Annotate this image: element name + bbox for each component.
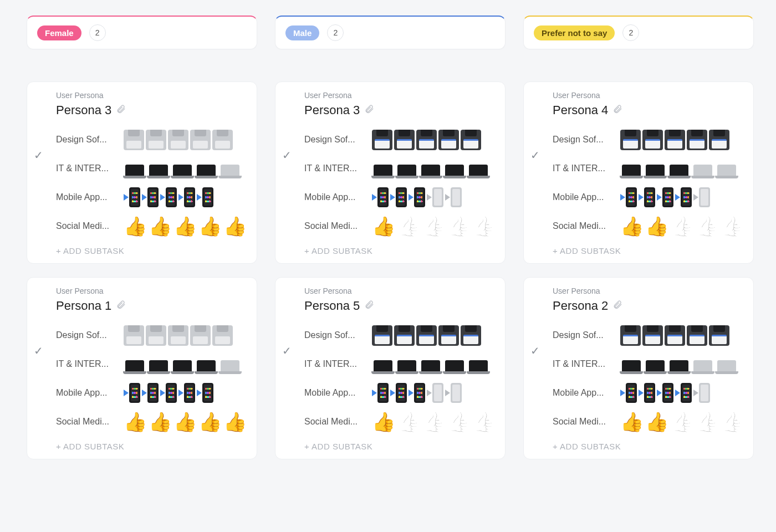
rating-social: 👍👍👍👍👍 — [124, 412, 247, 431]
column-header[interactable]: Prefer not to say 2 — [523, 16, 754, 49]
card-eyebrow: User Persona — [553, 287, 743, 295]
rating-design — [620, 325, 729, 346]
phone-icon — [372, 187, 389, 207]
floppy-icon — [190, 325, 211, 346]
rating-mobile — [372, 187, 462, 207]
floppy-icon — [461, 130, 481, 150]
attr-label: IT & INTER... — [56, 163, 120, 173]
add-subtask-button[interactable]: + ADD SUBTASK — [304, 442, 495, 451]
attachment-icon[interactable] — [364, 104, 374, 116]
persona-card[interactable]: ✓ User Persona Persona 2 Design Sof... I… — [523, 277, 754, 459]
column-header[interactable]: Male 2 — [275, 16, 506, 49]
floppy-icon — [168, 325, 188, 346]
persona-card[interactable]: ✓ User Persona Persona 4 Design Sof... I… — [523, 81, 754, 264]
column-count: 2 — [327, 24, 344, 41]
rating-it — [620, 160, 738, 177]
check-icon: ✓ — [282, 149, 292, 162]
laptop-icon — [716, 356, 738, 372]
floppy-icon — [394, 325, 415, 346]
floppy-icon — [642, 130, 663, 150]
card-title[interactable]: Persona 5 — [304, 299, 360, 313]
add-subtask-button[interactable]: + ADD SUBTASK — [56, 442, 247, 451]
floppy-icon — [665, 325, 685, 346]
add-subtask-button[interactable]: + ADD SUBTASK — [304, 246, 495, 255]
persona-card[interactable]: ✓ User Persona Persona 1 Design Sof... I… — [27, 277, 257, 459]
attr-label: Mobile App... — [56, 388, 120, 398]
thumb-icon: 👍 — [645, 412, 668, 431]
phone-icon — [620, 187, 637, 207]
attr-label: Social Medi... — [553, 417, 617, 427]
floppy-icon — [665, 130, 685, 150]
phone-icon — [124, 383, 140, 403]
attr-label: Social Medi... — [304, 417, 369, 427]
laptop-icon — [620, 160, 642, 177]
thumb-icon: 👍 — [223, 217, 247, 236]
attr-label: Mobile App... — [56, 192, 120, 202]
phone-icon — [427, 383, 443, 403]
attachment-icon[interactable] — [116, 104, 126, 116]
thumb-icon: 👍 — [670, 412, 693, 431]
laptop-icon — [644, 356, 666, 372]
rating-design — [124, 325, 233, 346]
attachment-icon[interactable] — [116, 300, 126, 312]
thumb-icon: 👍 — [124, 412, 147, 431]
rating-social: 👍👍👍👍👍 — [372, 412, 495, 431]
thumb-icon: 👍 — [223, 412, 247, 431]
floppy-icon — [687, 130, 707, 150]
attachment-icon[interactable] — [612, 300, 622, 312]
persona-card[interactable]: ✓ User Persona Persona 5 Design Sof... I… — [275, 277, 506, 459]
column-pill: Male — [285, 25, 319, 40]
thumb-icon: 👍 — [422, 412, 445, 431]
floppy-icon — [394, 130, 415, 150]
floppy-icon — [372, 130, 392, 150]
thumb-icon: 👍 — [124, 217, 147, 236]
thumb-icon: 👍 — [620, 217, 644, 236]
card-title[interactable]: Persona 3 — [56, 103, 111, 117]
floppy-icon — [146, 130, 166, 150]
laptop-icon — [467, 160, 489, 177]
add-subtask-button[interactable]: + ADD SUBTASK — [553, 442, 743, 451]
laptop-icon — [668, 160, 690, 177]
floppy-icon — [212, 325, 233, 346]
add-subtask-button[interactable]: + ADD SUBTASK — [553, 246, 743, 255]
rating-design — [372, 130, 481, 150]
rating-it — [372, 356, 489, 372]
thumb-icon: 👍 — [447, 217, 470, 236]
thumb-icon: 👍 — [670, 217, 693, 236]
phone-icon — [427, 187, 443, 207]
rating-it — [124, 160, 241, 177]
laptop-icon — [443, 356, 466, 372]
phone-icon — [178, 187, 195, 207]
floppy-icon — [416, 325, 437, 346]
rating-mobile — [124, 187, 213, 207]
laptop-icon — [147, 160, 170, 177]
thumb-icon: 👍 — [397, 217, 420, 236]
attachment-icon[interactable] — [364, 300, 374, 312]
add-subtask-button[interactable]: + ADD SUBTASK — [56, 246, 247, 255]
phone-icon — [160, 187, 177, 207]
persona-card[interactable]: ✓ User Persona Persona 3 Design Sof... I… — [27, 81, 257, 264]
laptop-icon — [195, 356, 217, 372]
floppy-icon — [212, 130, 233, 150]
attr-label: Design Sof... — [553, 330, 617, 340]
card-title[interactable]: Persona 4 — [553, 103, 608, 117]
persona-card[interactable]: ✓ User Persona Persona 3 Design Sof... I… — [275, 81, 506, 264]
floppy-icon — [687, 325, 707, 346]
column-header[interactable]: Female 2 — [27, 16, 257, 49]
attachment-icon[interactable] — [612, 104, 622, 116]
phone-icon — [372, 383, 389, 403]
floppy-icon — [146, 325, 166, 346]
card-title[interactable]: Persona 3 — [304, 103, 360, 117]
thumb-icon: 👍 — [447, 412, 470, 431]
laptop-icon — [692, 160, 714, 177]
attr-label: Design Sof... — [553, 135, 617, 145]
card-title[interactable]: Persona 1 — [56, 299, 111, 313]
card-title[interactable]: Persona 2 — [553, 299, 608, 313]
attr-label: IT & INTER... — [553, 163, 617, 173]
phone-icon — [142, 383, 159, 403]
rating-design — [620, 130, 729, 150]
laptop-icon — [716, 160, 738, 177]
thumb-icon: 👍 — [149, 412, 172, 431]
floppy-icon — [124, 325, 144, 346]
thumb-icon: 👍 — [472, 217, 495, 236]
